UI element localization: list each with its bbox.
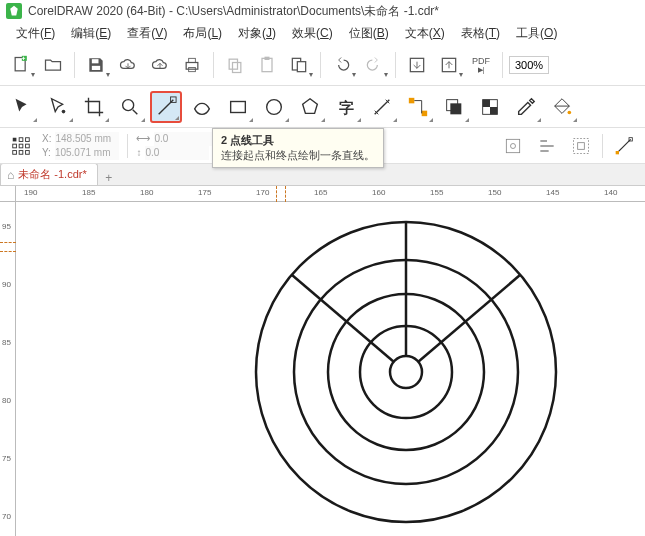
svg-rect-18 (231, 101, 246, 112)
clipboard-button[interactable]: ▾ (284, 50, 314, 80)
svg-rect-37 (26, 150, 30, 154)
redo-button[interactable]: ▾ (359, 50, 389, 80)
menu-object[interactable]: 对象(J) (232, 23, 282, 44)
polygon-tool[interactable] (294, 91, 326, 123)
svg-rect-27 (490, 107, 497, 114)
crop-tool[interactable] (78, 91, 110, 123)
menu-effects[interactable]: 效果(C) (286, 23, 339, 44)
cloud-open-button[interactable] (145, 50, 175, 80)
size-readout: ⟷ ↕ (136, 132, 218, 160)
svg-point-48 (390, 356, 422, 388)
cloud-save-button[interactable] (113, 50, 143, 80)
pdf-export-button[interactable]: PDF▶| (466, 50, 496, 80)
parallel-dimension-tool[interactable] (366, 91, 398, 123)
svg-rect-31 (26, 137, 30, 141)
copy-button[interactable] (220, 50, 250, 80)
menu-layout[interactable]: 布局(L) (177, 23, 228, 44)
svg-point-15 (62, 109, 66, 113)
save-button[interactable]: ▾ (81, 50, 111, 80)
app-icon (6, 3, 22, 19)
two-point-line-tool[interactable] (150, 91, 182, 123)
menu-text[interactable]: 文本(X) (399, 23, 451, 44)
svg-point-28 (568, 110, 572, 114)
svg-rect-22 (422, 110, 428, 116)
print-button[interactable] (177, 50, 207, 80)
undo-button[interactable]: ▾ (327, 50, 357, 80)
object-origin-icon[interactable] (8, 133, 34, 159)
width-input[interactable] (154, 132, 218, 146)
y-position-input[interactable] (55, 146, 119, 160)
menu-file[interactable]: 文件(F) (10, 23, 61, 44)
menu-tools[interactable]: 工具(O) (510, 23, 563, 44)
menu-view[interactable]: 查看(V) (121, 23, 173, 44)
new-button[interactable]: ▾ (6, 50, 36, 80)
drop-shadow-tool[interactable] (438, 91, 470, 123)
svg-rect-2 (92, 59, 99, 63)
svg-rect-9 (262, 58, 272, 71)
svg-rect-35 (13, 150, 17, 154)
connector-tool[interactable] (402, 91, 434, 123)
line-tool-mode-icon[interactable] (611, 133, 637, 159)
shape-tool[interactable] (42, 91, 74, 123)
height-input[interactable] (145, 146, 209, 160)
workspace: 190185180175170165160155150145140 959085… (0, 186, 645, 536)
menu-bar: 文件(F) 编辑(E) 查看(V) 布局(L) 对象(J) 效果(C) 位图(B… (0, 22, 645, 44)
bounding-icon[interactable] (568, 133, 594, 159)
svg-rect-32 (13, 144, 17, 148)
export-button[interactable]: ▾ (434, 50, 464, 80)
menu-bitmap[interactable]: 位图(B) (343, 23, 395, 44)
svg-rect-3 (92, 65, 100, 69)
svg-rect-7 (229, 59, 237, 69)
eyedropper-tool[interactable] (510, 91, 542, 123)
import-button[interactable] (402, 50, 432, 80)
snap-icon[interactable] (500, 133, 526, 159)
x-position-input[interactable] (55, 132, 119, 146)
document-tab[interactable]: ⌂ 未命名 -1.cdr* (0, 163, 98, 185)
add-tab-button[interactable]: + (98, 171, 120, 185)
svg-rect-24 (450, 103, 461, 114)
property-bar: X: Y: ⟷ ↕ 2 点线工具 连接起点和终点绘制一条直线。 (0, 128, 645, 164)
svg-rect-8 (233, 62, 241, 72)
fill-tool[interactable] (546, 91, 578, 123)
tooltip-title: 2 点线工具 (221, 133, 375, 148)
svg-rect-34 (26, 144, 30, 148)
ruler-corner[interactable] (0, 186, 16, 202)
tooltip-desc: 连接起点和终点绘制一条直线。 (221, 148, 375, 163)
menu-edit[interactable]: 编辑(E) (65, 23, 117, 44)
window-title: CorelDRAW 2020 (64-Bit) - C:\Users\Admin… (28, 3, 439, 20)
svg-rect-30 (19, 137, 23, 141)
menu-table[interactable]: 表格(T) (455, 23, 506, 44)
rectangle-tool[interactable] (222, 91, 254, 123)
svg-rect-40 (574, 138, 589, 153)
svg-rect-10 (265, 56, 270, 59)
svg-rect-38 (506, 139, 519, 152)
open-button[interactable] (38, 50, 68, 80)
title-bar: CorelDRAW 2020 (64-Bit) - C:\Users\Admin… (0, 0, 645, 22)
artistic-media-tool[interactable] (186, 91, 218, 123)
svg-rect-33 (19, 144, 23, 148)
svg-text:字: 字 (339, 98, 354, 115)
svg-rect-12 (297, 61, 305, 71)
vertical-ruler[interactable]: 959085807570 (0, 202, 16, 536)
standard-toolbar: ▾ ▾ ▾ ▾ ▾ ▾ PDF▶| 300% (0, 44, 645, 86)
svg-point-19 (267, 99, 282, 114)
zoom-tool[interactable] (114, 91, 146, 123)
svg-rect-36 (19, 150, 23, 154)
svg-rect-4 (186, 62, 198, 69)
pick-tool[interactable] (6, 91, 38, 123)
text-tool[interactable]: 字 (330, 91, 362, 123)
horizontal-ruler[interactable]: 190185180175170165160155150145140 (16, 186, 645, 202)
home-icon: ⌂ (7, 168, 14, 182)
svg-rect-26 (483, 99, 490, 106)
svg-point-39 (511, 143, 516, 148)
align-icon[interactable] (534, 133, 560, 159)
zoom-level[interactable]: 300% (509, 56, 549, 74)
drawing-content (246, 212, 566, 532)
paste-button[interactable] (252, 50, 282, 80)
ellipse-tool[interactable] (258, 91, 290, 123)
toolbox: 字 (0, 86, 645, 128)
transparency-tool[interactable] (474, 91, 506, 123)
tool-tooltip: 2 点线工具 连接起点和终点绘制一条直线。 (212, 128, 384, 168)
canvas[interactable] (16, 202, 645, 536)
svg-rect-29 (13, 137, 17, 141)
